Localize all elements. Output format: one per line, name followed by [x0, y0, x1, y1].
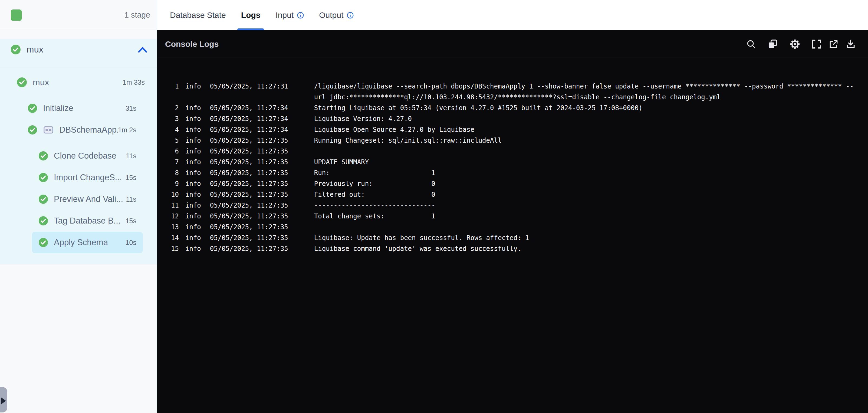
- stage-row-mux[interactable]: mux 1m 33s: [0, 71, 157, 93]
- step-duration: 15s: [126, 217, 136, 225]
- log-row: 10info05/05/2025, 11:27:35Filtered out: …: [157, 189, 864, 200]
- console-header: Console Logs: [157, 30, 868, 58]
- log-level: info: [185, 102, 201, 113]
- log-level: info: [185, 243, 201, 254]
- log-row: 8info05/05/2025, 11:27:35Run: 1: [157, 168, 864, 178]
- log-line-number: 9: [157, 178, 179, 189]
- log-line-number: 1: [157, 81, 179, 92]
- log-level: info: [185, 135, 201, 146]
- log-message: UPDATE SUMMARY: [314, 157, 864, 168]
- log-line-number: 5: [157, 135, 179, 146]
- log-level: info: [185, 200, 201, 211]
- log-row: 9info05/05/2025, 11:27:35Previously run:…: [157, 178, 864, 189]
- log-message: Total change sets: 1: [314, 211, 864, 222]
- log-timestamp: 05/05/2025, 11:27:35: [210, 211, 288, 222]
- log-level: info: [185, 211, 201, 222]
- tab-input[interactable]: Input: [275, 0, 304, 30]
- console-panel: Console Logs: [157, 30, 868, 413]
- step-row-import-changes[interactable]: Import ChangeS...15s: [32, 167, 143, 188]
- log-row: 2info05/05/2025, 11:27:34Starting Liquib…: [157, 102, 864, 113]
- log-level: info: [185, 168, 201, 178]
- log-line-number: 4: [157, 124, 179, 135]
- log-timestamp: 05/05/2025, 11:27:35: [210, 233, 288, 243]
- settings-icon[interactable]: [789, 39, 800, 50]
- step-duration: 1m 2s: [118, 126, 136, 134]
- panel-expand-handle[interactable]: [0, 387, 7, 412]
- check-circle-icon: [28, 104, 37, 113]
- log-line-number: 10: [157, 189, 179, 200]
- step-group-icon: [43, 126, 53, 134]
- log-level: info: [185, 113, 201, 124]
- log-line-number: 13: [157, 222, 179, 233]
- step-row-dbschemaapp[interactable]: DBSchemaApp...1m 2s: [21, 119, 143, 141]
- stage-square-icon[interactable]: [11, 9, 22, 21]
- log-level: info: [185, 81, 201, 92]
- step-label: Initialize: [43, 104, 73, 113]
- log-level: info: [185, 189, 201, 200]
- tab-label: Input: [275, 10, 293, 20]
- log-timestamp: 05/05/2025, 11:27:35: [210, 189, 288, 200]
- log-line-number: 7: [157, 157, 179, 168]
- step-row-tag-database-b[interactable]: Tag Database B...15s: [32, 210, 143, 232]
- log-row: 1info05/05/2025, 11:27:31/liquibase/liqu…: [157, 81, 864, 102]
- tab-logs[interactable]: Logs: [241, 0, 260, 30]
- console-toolbar: [746, 39, 856, 50]
- log-message: Previously run: 0: [314, 178, 864, 189]
- log-message: -------------------------------: [314, 200, 864, 211]
- log-message: Liquibase Open Source 4.27.0 by Liquibas…: [314, 124, 864, 135]
- tab-output[interactable]: Output: [319, 0, 354, 30]
- step-label: Apply Schema: [54, 238, 108, 247]
- log-level: info: [185, 233, 201, 243]
- log-timestamp: 05/05/2025, 11:27:34: [210, 113, 288, 124]
- copy-icon[interactable]: [767, 39, 778, 50]
- step-row-preview-and-vali[interactable]: Preview And Vali...11s: [32, 188, 143, 210]
- info-icon[interactable]: [347, 12, 354, 19]
- stage-label: mux: [33, 78, 49, 87]
- sidebar-header: 1 stage: [0, 0, 157, 30]
- step-duration: 10s: [126, 239, 136, 246]
- fullscreen-icon[interactable]: [811, 39, 822, 50]
- step-row-initialize[interactable]: Initialize31s: [21, 97, 143, 119]
- log-timestamp: 05/05/2025, 11:27:35: [210, 135, 288, 146]
- stage-group-header[interactable]: mux: [0, 39, 157, 60]
- log-line-number: 6: [157, 146, 179, 157]
- check-circle-icon: [39, 238, 48, 247]
- open-in-new-icon[interactable]: [828, 39, 839, 50]
- check-circle-icon: [28, 125, 37, 135]
- step-row-clone-codebase[interactable]: Clone Codebase11s: [32, 145, 143, 167]
- step-duration: 11s: [126, 196, 136, 203]
- log-timestamp: 05/05/2025, 11:27:31: [210, 81, 288, 92]
- search-icon[interactable]: [746, 39, 756, 50]
- log-timestamp: 05/05/2025, 11:27:35: [210, 222, 288, 233]
- console-title: Console Logs: [165, 39, 219, 49]
- download-icon[interactable]: [845, 39, 856, 50]
- log-line-number: 14: [157, 233, 179, 243]
- log-level: info: [185, 157, 201, 168]
- chevron-up-icon[interactable]: [138, 46, 148, 53]
- info-icon[interactable]: [297, 12, 304, 19]
- log-timestamp: 05/05/2025, 11:27:34: [210, 124, 288, 135]
- stage-section: mux mux 1m 33s Initialize31sDBSchemaApp.…: [0, 39, 157, 264]
- log-timestamp: 05/05/2025, 11:27:35: [210, 178, 288, 189]
- check-circle-icon: [39, 195, 48, 204]
- play-arrow-icon: [1, 397, 6, 404]
- log-line-number: 11: [157, 200, 179, 211]
- console-log-list[interactable]: 1info05/05/2025, 11:27:31/liquibase/liqu…: [157, 58, 868, 254]
- step-row-apply-schema[interactable]: Apply Schema10s: [32, 232, 143, 253]
- log-level: info: [185, 222, 201, 233]
- execution-sidebar: 1 stage mux mux 1m 33s Initialize31sDBSc…: [0, 0, 157, 413]
- log-message: Filtered out: 0: [314, 189, 864, 200]
- log-timestamp: 05/05/2025, 11:27:35: [210, 168, 288, 178]
- step-label: Tag Database B...: [54, 216, 120, 226]
- check-circle-icon: [11, 45, 21, 54]
- log-level: info: [185, 124, 201, 135]
- log-row: 6info05/05/2025, 11:27:35: [157, 146, 864, 157]
- step-duration: 15s: [126, 174, 136, 182]
- log-message: Starting Liquibase at 05:57:34 (version …: [314, 102, 864, 113]
- steps-list: Initialize31sDBSchemaApp...1m 2sClone Co…: [0, 97, 157, 253]
- log-row: 5info05/05/2025, 11:27:35Running Changes…: [157, 135, 864, 146]
- stage-count-label: 1 stage: [124, 10, 150, 20]
- log-row: 15info05/05/2025, 11:27:35Liquibase comm…: [157, 243, 864, 254]
- tab-label: Logs: [241, 10, 260, 20]
- tab-database-state[interactable]: Database State: [170, 0, 226, 30]
